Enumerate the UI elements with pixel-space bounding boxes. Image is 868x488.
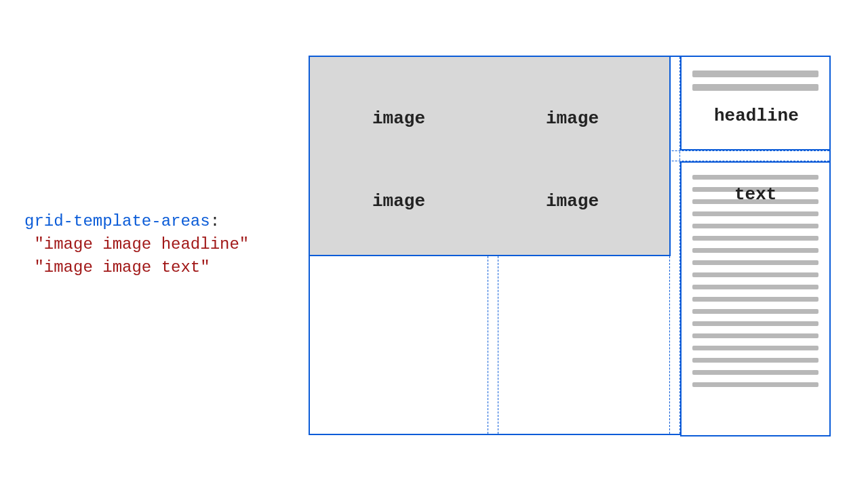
grid-diagram: image image image image headline text bbox=[309, 56, 831, 435]
placeholder-bar bbox=[692, 272, 818, 277]
placeholder-bar bbox=[692, 309, 818, 314]
placeholder-bar bbox=[692, 84, 818, 91]
placeholder-bar bbox=[692, 211, 818, 216]
placeholder-bar bbox=[692, 358, 818, 363]
placeholder-bar bbox=[692, 70, 818, 77]
placeholder-bar bbox=[692, 285, 818, 289]
grid-area-text: text bbox=[680, 161, 831, 436]
image-cell-label-tr: image bbox=[546, 108, 599, 129]
column-gap-guide-2 bbox=[669, 57, 680, 434]
text-label: text bbox=[734, 184, 776, 205]
headline-label: headline bbox=[714, 106, 799, 126]
css-property: grid-template-areas bbox=[24, 212, 210, 230]
placeholder-bar bbox=[692, 370, 818, 375]
image-cell-label-br: image bbox=[546, 191, 599, 211]
placeholder-bar bbox=[692, 248, 818, 253]
grid-area-image: image image image image bbox=[309, 56, 671, 256]
image-cell-label-bl: image bbox=[372, 191, 425, 211]
placeholder-bar bbox=[692, 321, 818, 326]
placeholder-bar bbox=[692, 236, 818, 241]
css-value-line-1: "image image headline" bbox=[34, 235, 249, 253]
placeholder-bar bbox=[692, 382, 818, 387]
css-code-block: grid-template-areas: "image image headli… bbox=[24, 210, 249, 279]
placeholder-bar bbox=[692, 346, 818, 350]
placeholder-bar bbox=[692, 333, 818, 338]
css-value-line-2: "image image text" bbox=[34, 258, 210, 277]
placeholder-bar bbox=[692, 260, 818, 265]
placeholder-bar bbox=[692, 297, 818, 302]
placeholder-bar bbox=[692, 224, 818, 228]
image-cell-label-tl: image bbox=[372, 108, 425, 129]
grid-area-headline: headline bbox=[680, 56, 831, 150]
placeholder-bar bbox=[692, 175, 818, 180]
